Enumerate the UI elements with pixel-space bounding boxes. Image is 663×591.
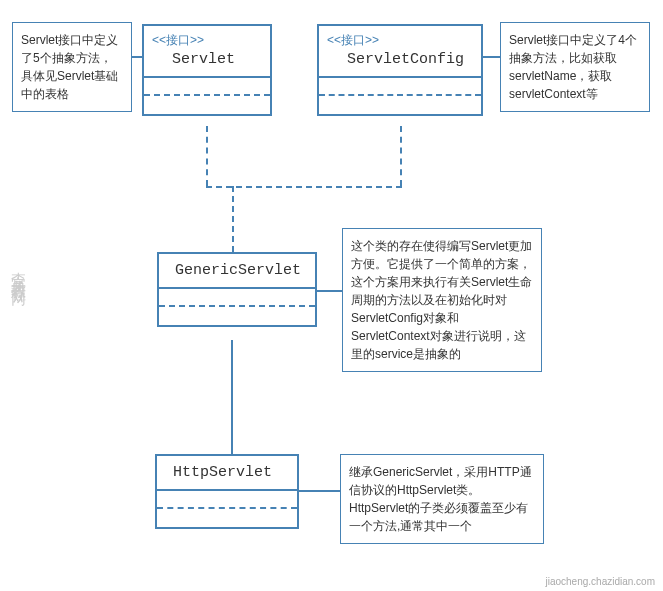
note-connector [483, 56, 500, 58]
stereotype-label: <<接口>> [327, 32, 473, 49]
class-attributes [157, 491, 297, 509]
realization-line [206, 126, 208, 186]
class-servlet-config: <<接口>> ServletConfig [317, 24, 483, 116]
generalization-line [231, 340, 233, 454]
class-operations [157, 509, 297, 527]
class-http-servlet: HttpServlet [155, 454, 299, 529]
note-generic-servlet: 这个类的存在使得编写Servlet更加方便。它提供了一个简单的方案，这个方案用来… [342, 228, 542, 372]
realization-line [232, 186, 234, 252]
class-servlet: <<接口>> Servlet [142, 24, 272, 116]
note-http-servlet: 继承GenericServlet，采用HTTP通信协议的HttpServlet类… [340, 454, 544, 544]
class-name-servlet: Servlet [152, 51, 262, 68]
class-name-http-servlet: HttpServlet [165, 464, 289, 481]
note-connector [132, 56, 142, 58]
watermark-text: 查字典教程网 [8, 260, 28, 284]
realization-line [206, 186, 402, 188]
credit-text: jiaocheng.chazidian.com [545, 576, 655, 587]
note-connector [317, 290, 342, 292]
realization-line [400, 126, 402, 186]
class-attributes [144, 78, 270, 96]
note-servlet: Servlet接口中定义了5个抽象方法，具体见Servlet基础中的表格 [12, 22, 132, 112]
note-connector [299, 490, 340, 492]
class-attributes [159, 289, 315, 307]
class-generic-servlet: GenericServlet [157, 252, 317, 327]
class-operations [319, 96, 481, 114]
class-attributes [319, 78, 481, 96]
note-servlet-config: Servlet接口中定义了4个抽象方法，比如获取servletName，获取se… [500, 22, 650, 112]
class-operations [159, 307, 315, 325]
stereotype-label: <<接口>> [152, 32, 262, 49]
class-name-servlet-config: ServletConfig [327, 51, 473, 68]
class-operations [144, 96, 270, 114]
class-name-generic-servlet: GenericServlet [167, 262, 307, 279]
